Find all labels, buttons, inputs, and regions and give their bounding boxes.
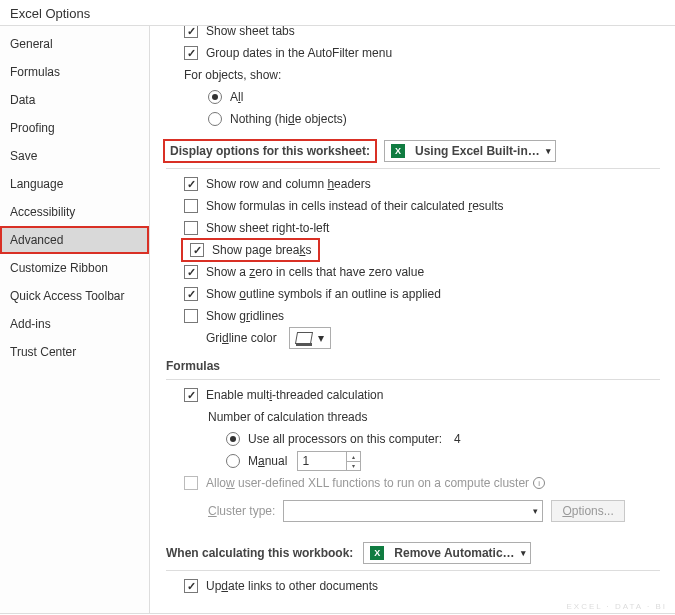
- divider: [166, 570, 660, 571]
- row-opt-nothing: Nothing (hide objects): [166, 108, 675, 130]
- row-show-page-breaks: Show page breaks: [166, 239, 675, 261]
- row-opt-all: All: [166, 86, 675, 108]
- info-icon[interactable]: i: [533, 477, 545, 489]
- sidebar-item-data[interactable]: Data: [0, 86, 149, 114]
- checkbox-show-gridlines[interactable]: [184, 309, 198, 323]
- workbook-dropdown-value: Remove Automatic…: [394, 546, 514, 560]
- label-objects-nothing: Nothing (hide objects): [230, 112, 347, 126]
- sidebar-item-formulas[interactable]: Formulas: [0, 58, 149, 86]
- label-show-formulas: Show formulas in cells instead of their …: [206, 199, 504, 213]
- row-manual-threads: Manual 1 ▴▾: [166, 450, 675, 472]
- label-allow-xll: Allow user-defined XLL functions to run …: [206, 476, 529, 490]
- label-manual-threads: Manual: [248, 454, 287, 468]
- worksheet-dropdown-value: Using Excel Built-in…: [415, 144, 540, 158]
- options-sidebar: General Formulas Data Proofing Save Lang…: [0, 26, 150, 613]
- checkbox-update-links[interactable]: [184, 579, 198, 593]
- label-objects-all: All: [230, 90, 243, 104]
- row-show-sheet-tabs: Show sheet tabs: [166, 26, 675, 42]
- row-cluster-type: Cluster type: ▾ Options...: [166, 500, 675, 522]
- row-show-formulas: Show formulas in cells instead of their …: [166, 195, 675, 217]
- row-show-rtl: Show sheet right-to-left: [166, 217, 675, 239]
- main-container: General Formulas Data Proofing Save Lang…: [0, 25, 675, 614]
- excel-icon: X: [391, 144, 405, 158]
- sidebar-item-accessibility[interactable]: Accessibility: [0, 198, 149, 226]
- sidebar-item-save[interactable]: Save: [0, 142, 149, 170]
- label-threads: Number of calculation threads: [208, 410, 367, 424]
- row-for-objects: For objects, show:: [166, 64, 675, 86]
- checkbox-enable-mt[interactable]: [184, 388, 198, 402]
- sidebar-item-language[interactable]: Language: [0, 170, 149, 198]
- quantity-stepper[interactable]: ▴▾: [347, 451, 361, 471]
- checkbox-show-sheet-tabs[interactable]: [184, 26, 198, 38]
- worksheet-dropdown[interactable]: X Using Excel Built-in… ▾: [384, 140, 556, 162]
- row-enable-mt: Enable multi-threaded calculation: [166, 384, 675, 406]
- checkbox-show-zero[interactable]: [184, 265, 198, 279]
- label-enable-mt: Enable multi-threaded calculation: [206, 388, 383, 402]
- workbook-dropdown[interactable]: X Remove Automatic… ▾: [363, 542, 530, 564]
- label-for-objects: For objects, show:: [184, 68, 281, 82]
- heading-calc-workbook: When calculating this workbook:: [166, 546, 353, 560]
- row-gridline-color: Gridline color ▾: [166, 327, 675, 349]
- window-title: Excel Options: [0, 0, 675, 25]
- heading-display-worksheet: Display options for this worksheet:: [166, 142, 374, 160]
- row-update-links: Update links to other documents: [166, 575, 675, 597]
- section-formulas: Formulas: [166, 349, 675, 379]
- label-show-outline: Show outline symbols if an outline is ap…: [206, 287, 441, 301]
- radio-all-processors[interactable]: [226, 432, 240, 446]
- radio-manual-threads[interactable]: [226, 454, 240, 468]
- label-gridline-color: Gridline color: [206, 331, 277, 345]
- gridline-color-picker[interactable]: ▾: [289, 327, 331, 349]
- sidebar-item-trust-center[interactable]: Trust Center: [0, 338, 149, 366]
- checkbox-show-outline[interactable]: [184, 287, 198, 301]
- cluster-type-dropdown: ▾: [283, 500, 543, 522]
- checkbox-show-formulas[interactable]: [184, 199, 198, 213]
- checkbox-show-headers[interactable]: [184, 177, 198, 191]
- checkbox-show-page-breaks[interactable]: [190, 243, 204, 257]
- sidebar-item-advanced[interactable]: Advanced: [0, 226, 149, 254]
- row-threads-label: Number of calculation threads: [166, 406, 675, 428]
- divider: [166, 168, 660, 169]
- spin-down-icon: ▾: [347, 462, 360, 471]
- row-show-outline: Show outline symbols if an outline is ap…: [166, 283, 675, 305]
- label-show-page-breaks: Show page breaks: [212, 243, 311, 257]
- chevron-down-icon: ▾: [521, 548, 526, 558]
- sidebar-item-addins[interactable]: Add-ins: [0, 310, 149, 338]
- checkbox-show-rtl[interactable]: [184, 221, 198, 235]
- label-update-links: Update links to other documents: [206, 579, 378, 593]
- row-all-processors: Use all processors on this computer: 4: [166, 428, 675, 450]
- chevron-down-icon: ▾: [533, 506, 538, 516]
- cluster-options-button: Options...: [551, 500, 624, 522]
- checkbox-allow-xll: [184, 476, 198, 490]
- label-show-gridlines: Show gridlines: [206, 309, 284, 323]
- sidebar-item-customize-ribbon[interactable]: Customize Ribbon: [0, 254, 149, 282]
- sidebar-item-proofing[interactable]: Proofing: [0, 114, 149, 142]
- radio-objects-nothing[interactable]: [208, 112, 222, 126]
- heading-formulas: Formulas: [166, 359, 220, 373]
- watermark: EXCEL · DATA · BI: [566, 602, 667, 611]
- row-show-headers: Show row and column headers: [166, 173, 675, 195]
- chevron-down-icon: ▾: [546, 146, 551, 156]
- highlight-show-page-breaks: Show page breaks: [184, 241, 317, 259]
- row-show-gridlines: Show gridlines: [166, 305, 675, 327]
- manual-threads-input[interactable]: 1: [297, 451, 347, 471]
- label-show-rtl: Show sheet right-to-left: [206, 221, 329, 235]
- label-show-zero: Show a zero in cells that have zero valu…: [206, 265, 424, 279]
- label-all-processors: Use all processors on this computer:: [248, 432, 442, 446]
- row-allow-xll: Allow user-defined XLL functions to run …: [166, 472, 675, 494]
- spin-up-icon: ▴: [347, 452, 360, 462]
- chevron-down-icon: ▾: [318, 331, 324, 345]
- label-group-dates: Group dates in the AutoFilter menu: [206, 46, 392, 60]
- section-calc-workbook: When calculating this workbook: X Remove…: [166, 532, 675, 570]
- section-display-worksheet: Display options for this worksheet: X Us…: [166, 130, 675, 168]
- advanced-options-panel: Show sheet tabs Group dates in the AutoF…: [150, 26, 675, 613]
- excel-icon: X: [370, 546, 384, 560]
- checkbox-group-dates[interactable]: [184, 46, 198, 60]
- sidebar-item-qat[interactable]: Quick Access Toolbar: [0, 282, 149, 310]
- row-show-zero: Show a zero in cells that have zero valu…: [166, 261, 675, 283]
- value-processor-count: 4: [454, 432, 461, 446]
- label-show-headers: Show row and column headers: [206, 177, 371, 191]
- label-show-sheet-tabs: Show sheet tabs: [206, 26, 295, 38]
- radio-objects-all[interactable]: [208, 90, 222, 104]
- sidebar-item-general[interactable]: General: [0, 30, 149, 58]
- divider: [166, 379, 660, 380]
